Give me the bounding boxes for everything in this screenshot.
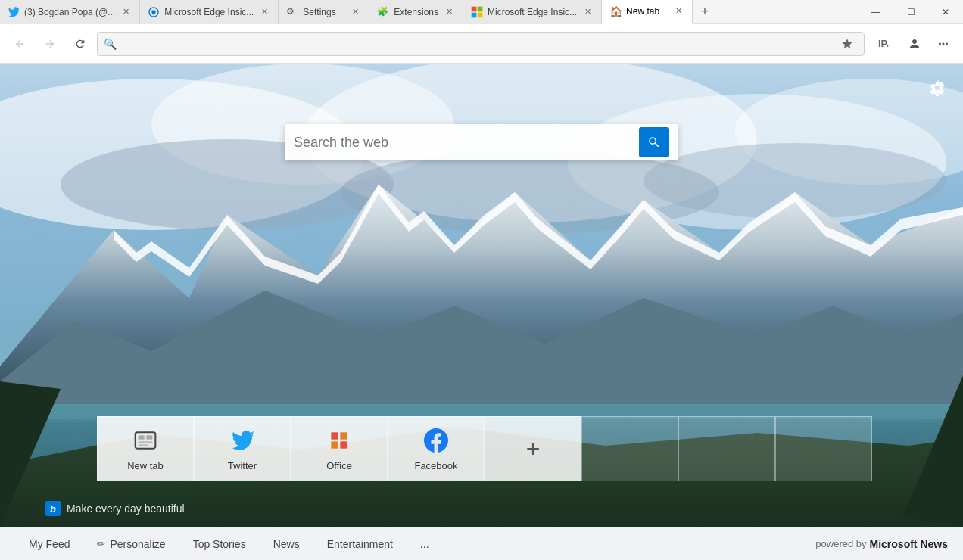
quick-link-new-tab[interactable]: New tab	[97, 416, 194, 481]
news-label: News	[273, 538, 300, 550]
favorites-button[interactable]	[837, 33, 858, 54]
twitter-favicon	[8, 6, 20, 18]
nav-actions: IP.	[868, 30, 957, 58]
more-button[interactable]	[930, 30, 957, 58]
minimize-button[interactable]: —	[859, 0, 893, 24]
bottom-bar: My Feed ✏ Personalize Top Stories News E…	[0, 527, 963, 560]
twitter-icon	[229, 427, 256, 454]
new-tab-icon	[132, 427, 159, 454]
close-button[interactable]: ✕	[928, 0, 963, 24]
tab-edge2-close[interactable]: ✕	[581, 6, 594, 18]
bottom-nav-top-stories[interactable]: Top Stories	[179, 527, 260, 561]
new-tab-button[interactable]: +	[693, 0, 717, 24]
bing-logo: b	[45, 501, 61, 516]
powered-by-label: powered by	[815, 538, 866, 549]
bottom-nav-more[interactable]: ...	[407, 527, 443, 561]
bottom-nav-news[interactable]: News	[260, 527, 313, 561]
tab-edge-label: Microsoft Edge Insic...	[164, 7, 254, 17]
more-label: ...	[420, 538, 429, 550]
bottom-nav-personalize[interactable]: ✏ Personalize	[83, 527, 179, 561]
tab-settings-label: Settings	[303, 7, 344, 17]
my-feed-label: My Feed	[29, 538, 70, 550]
tab-bar: (3) Bogdan Popa (@... ✕ Microsoft Edge I…	[0, 0, 859, 24]
ip-button[interactable]: IP.	[868, 30, 899, 58]
bottom-nav-my-feed[interactable]: My Feed	[15, 527, 83, 561]
title-bar: (3) Bogdan Popa (@... ✕ Microsoft Edge I…	[0, 0, 963, 24]
page-settings-button[interactable]	[924, 74, 951, 101]
quick-link-new-tab-label: New tab	[127, 460, 164, 471]
back-button[interactable]	[6, 30, 33, 58]
quick-link-facebook-label: Facebook	[414, 460, 457, 471]
tab-newtab-close[interactable]: ✕	[672, 5, 684, 17]
refresh-button[interactable]	[67, 30, 94, 58]
extensions-favicon: 🧩	[377, 6, 389, 18]
facebook-icon	[422, 427, 450, 454]
bing-label: Make every day beautiful	[67, 502, 185, 515]
svg-rect-23	[139, 435, 145, 439]
microsoft-favicon	[471, 6, 483, 18]
navigation-bar: 🔍 IP.	[0, 24, 963, 64]
svg-rect-2	[472, 12, 477, 17]
search-box	[285, 124, 678, 160]
quick-link-office-label: Office	[326, 460, 352, 471]
tab-twitter-close[interactable]: ✕	[120, 6, 132, 18]
svg-rect-3	[478, 12, 483, 17]
svg-rect-25	[139, 441, 153, 443]
window-controls: — ☐ ✕	[859, 0, 963, 24]
tab-newtab-label: New tab	[626, 6, 668, 17]
main-content: New tab Twitter Office	[0, 64, 963, 527]
personalize-label: Personalize	[110, 538, 165, 550]
tab-twitter-label: (3) Bogdan Popa (@...	[24, 7, 115, 17]
tab-extensions-close[interactable]: ✕	[443, 6, 455, 18]
personalize-icon: ✏	[97, 538, 105, 549]
quick-link-empty-1[interactable]	[581, 416, 678, 481]
maximize-button[interactable]: ☐	[893, 0, 928, 24]
svg-rect-27	[331, 432, 338, 439]
address-bar[interactable]: 🔍	[97, 32, 865, 56]
search-container	[285, 124, 678, 160]
svg-rect-24	[146, 435, 152, 439]
tab-settings-close[interactable]: ✕	[349, 6, 361, 18]
search-input[interactable]	[294, 135, 633, 151]
search-button[interactable]	[639, 127, 669, 157]
quick-link-add[interactable]: +	[485, 416, 581, 481]
powered-by-brand: Microsoft News	[870, 538, 948, 550]
address-search-icon: 🔍	[104, 38, 117, 50]
quick-links: New tab Twitter Office	[97, 416, 872, 481]
edge-favicon	[148, 6, 160, 18]
svg-rect-22	[136, 432, 156, 448]
quick-link-empty-3[interactable]	[775, 416, 872, 481]
tab-extensions-label: Extensions	[394, 7, 438, 17]
bing-branding: b Make every day beautiful	[45, 501, 185, 516]
quick-link-empty-2[interactable]	[678, 416, 775, 481]
svg-rect-26	[139, 444, 148, 446]
top-stories-label: Top Stories	[193, 538, 246, 550]
forward-button[interactable]	[36, 30, 64, 58]
tab-edge-close[interactable]: ✕	[258, 6, 270, 18]
newtab-favicon: 🏠	[609, 5, 622, 17]
tab-settings[interactable]: ⚙ Settings ✕	[279, 0, 369, 24]
quick-link-facebook[interactable]: Facebook	[388, 416, 485, 481]
entertainment-label: Entertainment	[327, 538, 393, 550]
svg-rect-30	[340, 441, 347, 448]
tab-new-tab[interactable]: 🏠 New tab ✕	[602, 0, 693, 24]
quick-link-twitter[interactable]: Twitter	[194, 416, 291, 481]
tab-edge-insider[interactable]: Microsoft Edge Insic... ✕	[140, 0, 279, 24]
svg-rect-0	[472, 6, 477, 11]
svg-rect-29	[331, 441, 338, 448]
settings-favicon: ⚙	[286, 6, 298, 18]
quick-link-office[interactable]: Office	[291, 416, 388, 481]
powered-by: powered by Microsoft News	[815, 538, 948, 550]
quick-link-twitter-label: Twitter	[228, 460, 257, 471]
tab-extensions[interactable]: 🧩 Extensions ✕	[369, 0, 463, 24]
svg-rect-28	[340, 432, 347, 439]
address-input[interactable]	[121, 38, 832, 50]
office-icon	[326, 427, 353, 454]
tab-edge-insider2[interactable]: Microsoft Edge Insic... ✕	[463, 0, 602, 24]
add-icon: +	[519, 435, 547, 462]
tab-twitter[interactable]: (3) Bogdan Popa (@... ✕	[0, 0, 140, 24]
tab-edge2-label: Microsoft Edge Insic...	[488, 7, 577, 17]
svg-rect-1	[478, 6, 483, 11]
profile-button[interactable]	[901, 30, 928, 58]
bottom-nav-entertainment[interactable]: Entertainment	[313, 527, 407, 561]
